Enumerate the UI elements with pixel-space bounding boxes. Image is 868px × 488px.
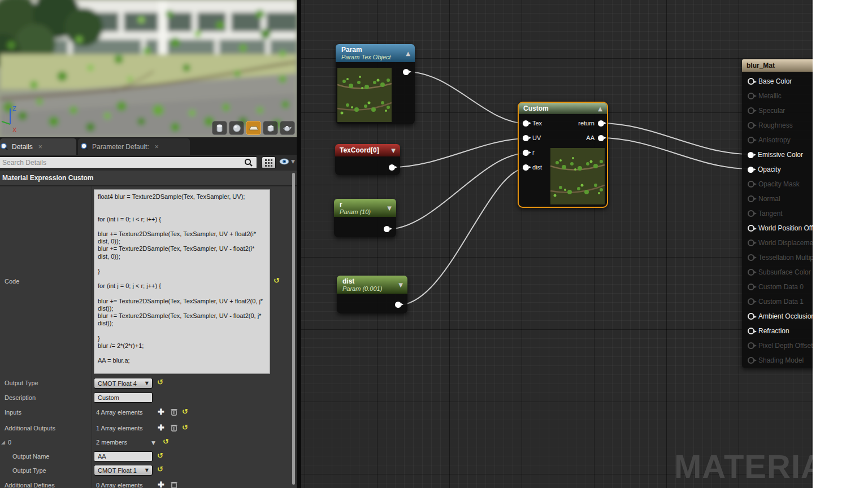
normal-pin[interactable] [748,195,754,202]
mat-pin-opacity-mask[interactable]: Opacity Mask [742,177,813,191]
aa-output-pin[interactable] [598,135,604,141]
node-blur-mat-header[interactable]: blur_Mat [742,59,813,72]
node-texcoord-collapse-icon[interactable]: ▼ [391,147,396,154]
output-type-reset-icon[interactable]: ↺ [157,379,163,386]
output-name-reset-icon[interactable]: ↺ [157,452,163,459]
mat-pin-refraction[interactable]: Refraction [742,324,813,338]
node-texcoord[interactable]: TexCoord[0] ▼ [335,144,400,175]
output-type2-dropdown[interactable]: CMOT Float 1 ▼ [94,465,153,476]
property-matrix-button[interactable] [262,156,276,169]
preview-shape-cube-button[interactable] [263,121,278,135]
base-color-pin[interactable] [748,78,754,85]
code-editor-field[interactable]: float4 blur = Texture2DSample(Tex, TexSa… [94,189,270,374]
additional-outputs-reset-icon[interactable]: ↺ [182,424,188,431]
subsurface-color-pin[interactable] [748,269,754,276]
mat-pin-custom-data-1[interactable]: Custom Data 1 [742,294,813,309]
world-displacement-pin[interactable] [748,239,754,246]
panel-divider[interactable] [297,0,301,488]
search-details-input[interactable] [0,156,257,169]
output-type-dropdown[interactable]: CMOT Float 4 ▼ [94,378,153,389]
ambient-occlusion-pin[interactable] [748,313,754,320]
node-r-collapse-icon[interactable]: ▼ [387,205,392,211]
preview-shape-cylinder-button[interactable] [212,121,227,135]
world-position-offset-pin[interactable] [748,225,754,232]
additional-defines-delete-icon[interactable] [171,481,177,488]
inputs-delete-icon[interactable] [171,408,177,416]
node-param-output-pin[interactable] [403,69,409,75]
node-custom-input-r[interactable]: r [523,149,535,156]
opacity-pin[interactable] [748,167,754,173]
pixel-depth-offset-pin[interactable] [748,342,754,349]
anisotropy-pin[interactable] [748,137,754,143]
mat-pin-base-color[interactable]: Base Color [742,74,813,89]
code-reset-icon[interactable]: ↺ [274,277,280,284]
node-dist[interactable]: dist Param (0.001) ▼ [337,276,407,313]
mat-pin-subsurface-color[interactable]: Subsurface Color [742,265,813,280]
r-input-pin[interactable] [523,150,529,156]
mat-pin-world-position-offset[interactable]: World Position Offset [742,221,813,236]
material-graph-canvas[interactable]: MATERIAL Param Param Tex Object ▲ [301,0,813,488]
mat-pin-shading-model[interactable]: Shading Model [742,353,813,368]
tab-details[interactable]: Details × [0,138,76,155]
node-custom-output-aa[interactable]: AA [586,134,604,141]
specular-pin[interactable] [748,107,754,114]
element0-reset-icon[interactable]: ↺ [163,438,169,445]
material-preview-viewport[interactable]: Z X [0,0,297,137]
node-custom-input-tex[interactable]: Tex [523,120,542,127]
shading-model-pin[interactable] [748,357,754,364]
node-dist-output-pin[interactable] [395,302,401,308]
custom-data-1-pin[interactable] [748,298,754,305]
output-type2-reset-icon[interactable]: ↺ [157,466,163,473]
tab-parameter-defaults-close-icon[interactable]: × [155,143,159,151]
mat-pin-pixel-depth-offset[interactable]: Pixel Depth Offset [742,338,813,353]
emissive-color-pin[interactable] [748,152,754,158]
description-field[interactable] [94,393,153,403]
node-param[interactable]: Param Param Tex Object ▲ [336,44,415,124]
mat-pin-custom-data-0[interactable]: Custom Data 0 [742,280,813,294]
mat-pin-emissive-color[interactable]: Emissive Color [742,147,813,162]
node-custom-header[interactable]: Custom ▲ [519,103,607,114]
element0-caret-icon[interactable]: ▼ [151,440,155,446]
element0-expander-icon[interactable]: ◢ [1,439,5,445]
node-r[interactable]: r Param (10) ▼ [334,199,396,237]
node-dist-collapse-icon[interactable]: ▼ [398,282,403,288]
additional-defines-add-icon[interactable]: ✚ [158,481,164,488]
mat-pin-roughness[interactable]: Roughness [742,118,813,133]
opacity-mask-pin[interactable] [748,181,754,188]
node-dist-header[interactable]: dist Param (0.001) ▼ [337,276,407,294]
mat-pin-tangent[interactable]: Tangent [742,206,813,221]
view-options-button[interactable]: ▼ [279,158,295,165]
tangent-pin[interactable] [748,210,754,217]
mat-pin-world-displacement[interactable]: World Displacement [742,236,813,250]
dist-input-pin[interactable] [523,164,529,171]
node-texcoord-output-pin[interactable] [389,164,395,171]
roughness-pin[interactable] [748,122,754,129]
mat-pin-tessellation-multiplier[interactable]: Tessellation Multiplier [742,250,813,265]
node-r-header[interactable]: r Param (10) ▼ [334,199,396,217]
mat-pin-specular[interactable]: Specular [742,103,813,118]
node-param-collapse-icon[interactable]: ▲ [406,50,410,56]
node-r-output-pin[interactable] [384,226,390,232]
tex-input-pin[interactable] [523,120,529,127]
output-name-field[interactable] [94,451,153,461]
mat-pin-anisotropy[interactable]: Anisotropy [742,133,813,147]
node-custom-input-uv[interactable]: UV [523,134,541,141]
custom-data-0-pin[interactable] [748,284,754,290]
tessellation-multiplier-pin[interactable] [748,254,754,261]
refraction-pin[interactable] [748,328,754,334]
node-texcoord-header[interactable]: TexCoord[0] ▼ [335,144,400,156]
mat-pin-ambient-occlusion[interactable]: Ambient Occlusion [742,309,813,324]
inputs-add-icon[interactable]: ✚ [158,408,164,415]
node-blur-mat[interactable]: blur_Mat Base Color Metallic Specular Ro… [742,59,813,368]
mat-pin-normal[interactable]: Normal [742,191,813,206]
node-custom-collapse-icon[interactable]: ▲ [598,106,602,112]
additional-outputs-delete-icon[interactable] [171,424,177,432]
preview-shape-plane-button[interactable] [246,121,261,135]
tab-details-close-icon[interactable]: × [38,143,42,151]
uv-input-pin[interactable] [523,135,529,141]
details-scrollbar[interactable] [292,173,295,485]
node-custom[interactable]: Custom ▲ Tex UV r dist return AA [518,102,608,208]
preview-shape-teapot-button[interactable] [280,121,295,135]
node-custom-input-dist[interactable]: dist [523,164,542,171]
node-param-header[interactable]: Param Param Tex Object ▲ [336,44,415,62]
